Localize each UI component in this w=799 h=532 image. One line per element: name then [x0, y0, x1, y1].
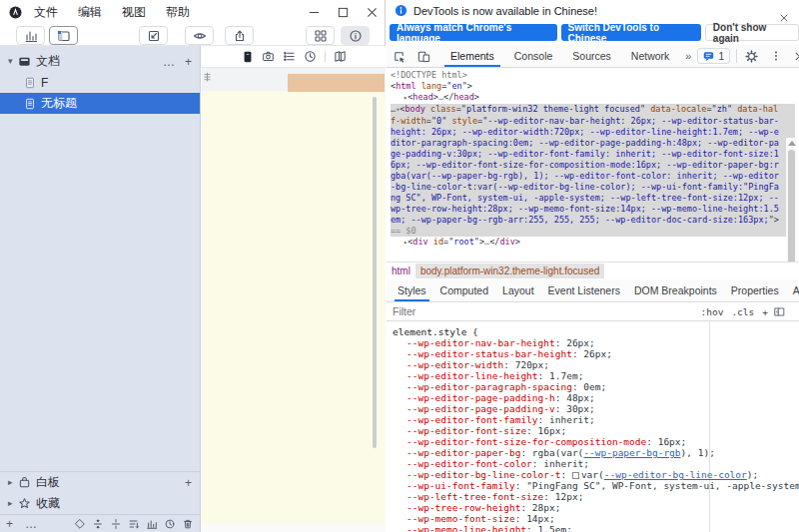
sidebar: ▾ 文档 … + F 无标题 — [0, 46, 201, 532]
devtools-tab[interactable]: Network — [621, 45, 680, 67]
sidebar-toolbar: + … — [0, 514, 200, 532]
doc-item-untitled-selected[interactable]: 无标题 — [0, 93, 200, 114]
settings-gear-icon[interactable] — [739, 45, 764, 67]
inspect-element-icon[interactable] — [387, 45, 411, 67]
elements-scrollbar[interactable] — [786, 138, 797, 262]
style-toggle[interactable]: + — [762, 306, 768, 317]
more-icon[interactable]: … — [25, 517, 37, 531]
match-language-button[interactable]: Always match Chrome's language — [390, 24, 557, 41]
head-element-line[interactable]: ▸<head>…</head> — [391, 92, 783, 104]
share-button[interactable] — [225, 26, 254, 45]
css-property[interactable]: --wp-editor-font-color: inherit; — [387, 458, 799, 469]
minimize-button[interactable] — [308, 6, 321, 19]
eye-button[interactable] — [185, 26, 214, 45]
styles-sidebar-tab[interactable]: Accessibility — [786, 279, 799, 301]
more-icon[interactable]: … — [163, 55, 175, 69]
chevron-right-icon[interactable]: ▸ — [8, 499, 16, 508]
breadcrumb-item[interactable]: html — [387, 264, 415, 278]
css-property[interactable]: --wp-editor-status-bar-height: 26px; — [387, 348, 799, 359]
add-icon[interactable]: + — [6, 517, 13, 531]
css-property[interactable]: --wp-editor-width: 720px; — [387, 359, 799, 370]
issues-badge[interactable]: 1 — [697, 48, 730, 64]
css-property[interactable]: --wp-editor-font-size-for-composition-mo… — [387, 436, 799, 447]
css-property[interactable]: --wp-editor-paragraph-spacing: 0em; — [387, 381, 799, 392]
device-toolbar-icon[interactable] — [411, 45, 436, 67]
editor-paper[interactable] — [202, 91, 386, 524]
breadcrumb-item[interactable]: body.platform-win32.theme-light.focused — [415, 264, 604, 278]
styles-sidebar-tab[interactable]: Computed — [433, 279, 495, 301]
switch-chinese-button[interactable]: Switch DevTools to Chinese — [561, 24, 701, 41]
close-window-button[interactable] — [366, 6, 379, 19]
css-property[interactable]: --wp-memo-line-height: 1.5em; — [387, 524, 799, 532]
divide-bottom-icon[interactable] — [110, 518, 122, 530]
css-property[interactable]: --wp-editor-font-family: inherit; — [387, 414, 799, 425]
doc-item-f[interactable]: F — [0, 72, 200, 93]
menu-item[interactable]: 帮助 — [164, 2, 192, 23]
css-property[interactable]: --wp-tree-row-height: 28px; — [387, 502, 799, 513]
maximize-button[interactable] — [337, 6, 350, 19]
styles-filter-input[interactable] — [393, 305, 700, 317]
menu-item[interactable]: 编辑 — [76, 2, 104, 23]
sidebar-section-label: 文档 — [36, 53, 60, 70]
html-element-line[interactable]: <html lang="en"> — [391, 81, 783, 92]
css-property[interactable]: --wp-editor-page-padding-v: 30px; — [387, 403, 799, 414]
css-property[interactable]: --wp-memo-font-size: 14px; — [387, 513, 799, 524]
styles-sidebar-tab[interactable]: Event Listeners — [541, 279, 627, 301]
sort-icon[interactable] — [128, 518, 140, 530]
fit-screen-button[interactable] — [139, 26, 168, 45]
menu-item[interactable]: 文件 — [32, 2, 60, 23]
close-devtools-icon[interactable] — [788, 45, 799, 67]
grid-view-button[interactable] — [306, 26, 335, 45]
element-style-selector[interactable]: element.style { — [387, 326, 799, 337]
add-icon[interactable]: + — [185, 55, 192, 69]
css-property[interactable]: --wp-editor-nav-bar-height: 26px; — [387, 337, 799, 348]
css-property[interactable]: --wp-editor-line-height: 1.7em; — [387, 370, 799, 381]
sidebar-layout-button[interactable] — [49, 26, 78, 45]
chevron-down-icon[interactable]: ▾ — [8, 57, 16, 66]
css-property[interactable]: --wp-ui-font-family: "PingFang SC", WP-F… — [387, 480, 799, 491]
devtools-tab[interactable]: Sources — [562, 45, 621, 67]
kebab-menu-icon[interactable] — [764, 45, 788, 67]
sidebar-section-whiteboard[interactable]: ▸ 白板 + — [0, 472, 200, 493]
map-icon[interactable] — [334, 50, 347, 63]
devtools-tab[interactable]: Console — [504, 45, 563, 67]
devtools-tab[interactable]: Elements — [440, 45, 504, 67]
menu-item[interactable]: 视图 — [120, 2, 148, 23]
info-button[interactable] — [341, 26, 370, 45]
more-tabs-icon[interactable]: » — [679, 50, 697, 62]
styles-sidebar-tab[interactable]: Styles — [391, 279, 433, 301]
css-property[interactable]: --wp-editor-page-padding-h: 48px; — [387, 392, 799, 403]
card-view-icon[interactable] — [242, 50, 254, 64]
diamond-icon[interactable] — [74, 518, 86, 530]
chevron-right-icon[interactable]: ▸ — [8, 478, 16, 487]
sidebar-section-documents[interactable]: ▾ 文档 … + — [0, 51, 200, 72]
list-icon[interactable] — [283, 50, 296, 63]
css-property[interactable]: --wp-left-tree-font-size: 12px; — [387, 491, 799, 502]
camera-icon[interactable] — [262, 50, 275, 63]
stats-icon[interactable] — [146, 518, 158, 530]
sidebar-section-label: 收藏 — [36, 495, 60, 512]
elements-tree: <!DOCTYPE html> <html lang="en"> ▸<head>… — [387, 68, 799, 262]
divide-top-icon[interactable] — [92, 518, 104, 530]
css-property[interactable]: --wp-editor-paper-bg: rgba(var(--wp-pape… — [387, 447, 799, 458]
style-toggle[interactable]: :hov — [700, 306, 723, 317]
styles-sidebar-tab[interactable]: Properties — [724, 279, 786, 301]
css-property[interactable]: --wp-editor-bg-line-color-t: var(--wp-ed… — [387, 469, 799, 480]
dont-show-again-button[interactable]: Don't show again — [705, 24, 799, 41]
css-property[interactable]: --wp-editor-font-size: 16px; — [387, 425, 799, 436]
doctype-line[interactable]: <!DOCTYPE html> — [391, 70, 783, 81]
style-toggle[interactable]: .cls — [731, 306, 754, 317]
paragraph-handle-icon[interactable] — [203, 72, 212, 84]
stats-button[interactable] — [16, 26, 45, 45]
styles-sidebar-tab[interactable]: DOM Breakpoints — [627, 279, 724, 301]
add-icon[interactable]: + — [185, 476, 192, 490]
root-div-element-line[interactable]: ▸<div id="root">…</div> — [391, 237, 783, 249]
history-icon[interactable] — [304, 50, 317, 63]
history-icon[interactable] — [164, 518, 176, 530]
editor-scrollbar[interactable] — [373, 97, 377, 448]
sidebar-section-favorites[interactable]: ▸ 收藏 — [0, 493, 200, 514]
trash-icon[interactable] — [182, 518, 194, 530]
body-element-line-selected[interactable]: …▾<body class="platform-win32 theme-ligh… — [391, 104, 795, 237]
styles-sidebar-tab[interactable]: Layout — [495, 279, 541, 301]
layout-pane-toggle-icon[interactable] — [774, 306, 785, 317]
